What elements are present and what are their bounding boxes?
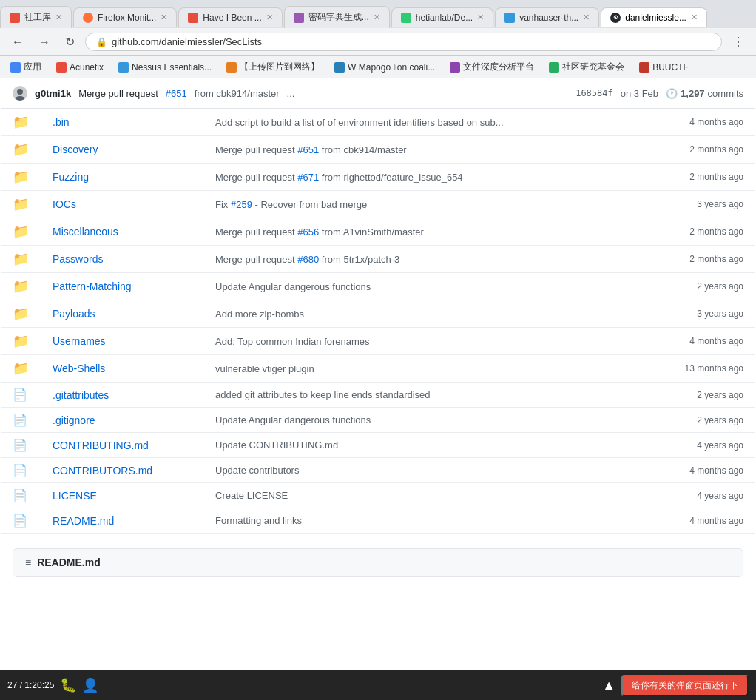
commit-msg-12: Update CONTRIBUTING.md [203,433,640,458]
bookmark-apps[interactable]: 应用 [7,59,44,75]
commit-msg-6: Update Angular dangerous functions [203,273,640,300]
file-name-link[interactable]: .gitignore [53,414,95,426]
tab-2[interactable]: Firefox Monit... ✕ [73,7,177,27]
commit-pr-link[interactable]: #651 [166,88,187,99]
file-time-15: 4 months ago [640,508,755,534]
fix-link[interactable]: #259 [231,199,252,210]
file-name-15: README.md [41,508,203,534]
file-name-link[interactable]: CONTRIBUTING.md [53,440,149,451]
file-name-link[interactable]: Pattern-Matching [53,280,132,292]
tab-label-5: hetianlab/De... [416,13,473,23]
commit-msg-2: Merge pull request #671 from righettod/f… [203,164,640,191]
tab-label-6: vanhauser-th... [519,13,578,23]
file-time-13: 4 months ago [640,458,755,483]
file-name-link[interactable]: CONTRIBUTORS.md [53,465,152,477]
pr-link[interactable]: #651 [297,144,319,155]
commit-msg-14: Create LICENSE [203,483,640,508]
extensions-button[interactable]: ⋮ [728,33,749,50]
file-name-link[interactable]: Miscellaneous [53,226,118,238]
refresh-button[interactable]: ↻ [61,33,79,50]
tab-label-3: Have I Been ... [203,13,261,23]
tab-favicon-7: ⊙ [610,13,621,23]
bookmark-mapogo-icon [334,62,345,73]
file-time-1: 2 months ago [640,136,755,164]
folder-icon: 📁 [13,169,29,184]
file-name-link[interactable]: .bin [53,116,70,128]
readme-title: README.md [37,556,101,568]
bookmark-acunetix[interactable]: Acunetix [53,61,107,74]
file-name-link[interactable]: Payloads [53,308,95,320]
table-row: 📁Web-Shellsvulnerable vtiger plugin13 mo… [1,355,755,383]
tab-label-4: 密码字典生成... [308,11,369,24]
commit-pr-from: from cbk914/master [195,88,280,99]
file-name-link[interactable]: LICENSE [53,490,97,502]
file-name-3: IOCs [41,191,203,218]
tab-close-2[interactable]: ✕ [161,13,167,22]
commit-msg-9: vulnerable vtiger plugin [203,355,640,383]
file-icon-0: 📁 [1,109,41,136]
file-name-link[interactable]: .gitattributes [53,389,109,401]
file-name-link[interactable]: README.md [53,515,114,527]
tab-4[interactable]: 密码字典生成... ✕ [284,6,390,28]
svg-point-0 [17,89,23,95]
table-row: 📁IOCsFix #259 - Recover from bad merge3 … [1,191,755,218]
bookmark-upload[interactable]: 【上传图片到网络】 [223,59,323,75]
table-row: 📄LICENSECreate LICENSE4 years ago [1,483,755,508]
tab-7[interactable]: ⊙ danielmiessle... ✕ [601,7,707,27]
folder-icon: 📁 [13,142,29,157]
bookmark-nessus[interactable]: Nessus Essentials... [115,61,215,74]
table-row: 📄CONTRIBUTING.mdUpdate CONTRIBUTING.md4 … [1,433,755,458]
history-icon: 🕐 [666,88,678,99]
file-time-2: 2 months ago [640,164,755,191]
tab-6[interactable]: vanhauser-th... ✕ [495,7,599,27]
bookmark-file-analysis[interactable]: 文件深度分析平台 [447,59,537,75]
file-name-link[interactable]: Web-Shells [53,363,105,374]
bookmark-mapogo[interactable]: W Mapogo lion coali... [331,61,438,74]
address-text: github.com/danielmiessler/SecLists [112,36,262,47]
back-button[interactable]: ← [7,34,28,50]
file-name-link[interactable]: IOCs [53,198,76,210]
folder-icon: 📁 [13,115,29,129]
nav-bar: ← → ↻ 🔒 github.com/danielmiessler/SecLis… [0,28,756,56]
tab-close-4[interactable]: ✕ [374,13,380,22]
file-name-link[interactable]: Usernames [53,335,106,347]
file-icon: 📄 [13,464,27,477]
file-icon-6: 📁 [1,273,41,300]
bookmark-apps-label: 应用 [24,61,41,73]
tab-close-6[interactable]: ✕ [583,13,590,22]
bookmark-buuctf[interactable]: BUUCTF [636,61,692,74]
tab-close-5[interactable]: ✕ [477,13,484,22]
table-row: 📁UsernamesAdd: Top common Indian forenam… [1,328,755,355]
pr-link[interactable]: #680 [297,254,319,265]
folder-icon: 📁 [13,252,29,266]
file-name-link[interactable]: Fuzzing [53,171,89,183]
svg-point-1 [15,96,25,101]
commit-sha[interactable]: 168584f [576,88,613,98]
file-icon-14: 📄 [1,483,41,508]
tab-1[interactable]: 社工库 ✕ [0,6,72,28]
bookmark-acunetix-label: Acunetix [70,62,104,73]
commit-date: on 3 Feb [621,88,658,99]
pr-link[interactable]: #656 [297,226,319,238]
tab-favicon-6 [504,13,515,23]
pr-link[interactable]: #671 [297,172,319,183]
file-name-link[interactable]: Discovery [53,144,98,155]
folder-icon: 📁 [13,279,29,294]
tab-close-3[interactable]: ✕ [266,13,273,22]
tab-3[interactable]: Have I Been ... ✕ [178,7,282,27]
tab-close-1[interactable]: ✕ [55,13,62,22]
tab-5[interactable]: hetianlab/De... ✕ [391,7,493,27]
file-name-1: Discovery [41,136,203,164]
tab-close-7[interactable]: ✕ [691,13,698,22]
file-time-6: 2 years ago [640,273,755,300]
file-name-link[interactable]: Passwords [53,253,103,265]
bookmark-buuctf-label: BUUCTF [652,62,689,73]
file-time-3: 3 years ago [640,191,755,218]
table-row: 📁FuzzingMerge pull request #671 from rig… [1,164,755,191]
address-bar[interactable]: 🔒 github.com/danielmiessler/SecLists [85,33,722,51]
bookmark-community[interactable]: 社区研究基金会 [546,59,627,75]
file-time-10: 2 years ago [640,383,755,408]
commit-msg-10: added git attributes to keep line ends s… [203,383,640,408]
file-time-4: 2 months ago [640,218,755,246]
forward-button[interactable]: → [34,34,55,50]
